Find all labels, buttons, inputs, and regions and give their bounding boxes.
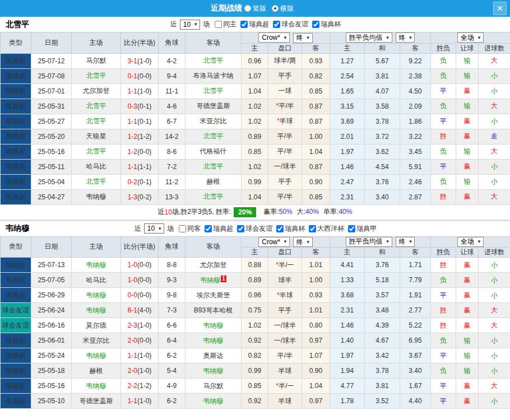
crow-away-odds: 0.93 <box>302 53 330 68</box>
goals-result-cell: 小 <box>479 348 510 363</box>
odds-source-select[interactable]: 终▼ <box>293 33 313 43</box>
table-row: 瑞典超25-04-27韦纳穆1-3(0-2)13-3北雪平1.04平/半0.85… <box>1 189 510 204</box>
score-cell: 1-2(0-0) <box>121 144 159 159</box>
home-team-cell: 韦纳穆 <box>72 258 121 273</box>
corner-cell: 4-9 <box>159 379 186 394</box>
handicap-cell: *平/半 <box>268 99 302 114</box>
away-team-cell: 埃尔夫斯堡 <box>186 288 242 303</box>
score-cell: 2-3(1-0) <box>121 318 159 333</box>
avg-away-odds: 7.79 <box>400 273 431 288</box>
odds-source-select[interactable]: 终▼ <box>396 32 415 43</box>
close-icon[interactable]: ✕ <box>493 2 507 15</box>
summary-stat-value: 50% <box>279 208 293 216</box>
league-cell: 球会友谊 <box>1 318 31 333</box>
handicap-cell: *半/一 <box>268 258 302 273</box>
date-cell: 25-05-04 <box>31 174 72 189</box>
score-cell: 1-1(1-0) <box>121 348 159 363</box>
league-filter-checkbox[interactable] <box>348 225 355 232</box>
match-count-select[interactable]: 10▼ <box>144 223 164 234</box>
league-cell: 瑞典超 <box>1 83 31 99</box>
crow-away-odds: 0.87 <box>302 99 330 114</box>
avg-away-odds: 1.91 <box>400 288 431 303</box>
odds-source-select[interactable]: 终▼ <box>396 237 415 247</box>
near-label: 近 <box>170 20 177 29</box>
league-cell: 瑞典超 <box>1 144 31 159</box>
away-team-cell: 北雪平 <box>186 83 242 99</box>
result-cell: 平 <box>431 83 456 99</box>
odds-source-select[interactable]: 胜平负均值▼ <box>346 32 392 43</box>
odds-source-select[interactable]: Crow*▼ <box>258 32 290 43</box>
same-venue-checkbox[interactable] <box>215 21 222 28</box>
avg-draw-odds: 4.67 <box>365 333 400 348</box>
horizontal-layout-radio[interactable] <box>272 5 279 12</box>
crow-home-odds: 0.82 <box>242 348 268 363</box>
titlebar: 近期战绩 竖版 横版 ✕ <box>0 0 510 17</box>
goals-result-cell: 小 <box>479 394 510 409</box>
odds-source-select[interactable]: 胜平负均值▼ <box>346 237 392 247</box>
handicap-result-cell: 赢 <box>456 129 479 144</box>
win-rate-badge: 20% <box>234 207 256 217</box>
halftime-score: (0-0) <box>137 72 151 80</box>
table-row: 球会友谊25-06-16莫尔德2-3(1-0)6-6韦纳穆1.02一/球半0.8… <box>1 318 510 333</box>
crow-away-odds: 0.90 <box>302 363 330 379</box>
handicap-result-cell: 输 <box>456 333 479 348</box>
sub-column-header: 进球数 <box>479 43 510 53</box>
score-cell: 1-1(1-1) <box>121 159 159 174</box>
odds-source-select-value: 终 <box>296 237 303 247</box>
crow-away-odds: 0.93 <box>302 288 330 303</box>
handicap-text: 半球 <box>280 117 293 125</box>
avg-home-odds: 3.69 <box>330 114 365 129</box>
handicap-result-cell: 输 <box>456 144 479 159</box>
away-team-cell: 北雪平 <box>186 53 242 68</box>
league-cell: 瑞典超 <box>1 53 31 68</box>
handicap-result-cell: 输 <box>456 68 479 83</box>
odds-source-select[interactable]: 终▼ <box>293 237 313 247</box>
league-filter-checkbox[interactable] <box>309 225 316 232</box>
crow-home-odds: 1.02 <box>242 114 268 129</box>
league-filter-checkbox[interactable] <box>312 21 319 28</box>
odds-source-select[interactable]: 全场▼ <box>457 237 484 247</box>
handicap-result-cell: 赢 <box>456 114 479 129</box>
avg-away-odds: 4.50 <box>400 83 431 99</box>
table-row: 瑞典超25-05-16北雪平1-2(0-0)8-6代格福什0.85平/半1.04… <box>1 144 510 159</box>
fulltime-score: 6-1 <box>128 306 137 314</box>
section-header: 北雪平近10▼场同主瑞典超球会友谊瑞典杯 <box>0 17 510 32</box>
column-header: 比分(半场) <box>121 32 159 54</box>
halftime-score: (0-0) <box>137 148 151 156</box>
league-cell: 瑞典超 <box>1 174 31 189</box>
score-cell: 1-3(0-2) <box>121 189 159 204</box>
league-cell: 瑞典超 <box>1 129 31 144</box>
league-filter-checkbox[interactable] <box>205 225 212 232</box>
score-cell: 0-0(0-0) <box>121 288 159 303</box>
vertical-layout-label[interactable]: 竖版 <box>253 4 266 13</box>
vertical-layout-radio[interactable] <box>244 5 251 12</box>
same-venue-checkbox[interactable] <box>179 225 186 232</box>
avg-away-odds: 3.45 <box>400 144 431 159</box>
match-count-select[interactable]: 10▼ <box>180 20 200 30</box>
handicap-cell: *半球 <box>268 114 302 129</box>
league-filter-checkbox[interactable] <box>240 21 248 28</box>
avg-draw-odds: 4.07 <box>365 83 400 99</box>
league-filter-checkbox[interactable] <box>237 225 244 232</box>
league-filter-checkbox-label: 球会友谊 <box>245 224 272 234</box>
handicap-text: 平手 <box>279 178 292 185</box>
away-team-cell: 韦纳穆 <box>186 318 242 333</box>
league-filter-checkbox[interactable] <box>276 225 284 232</box>
avg-home-odds: 1.78 <box>330 394 365 409</box>
league-cell: 瑞典超 <box>1 348 31 363</box>
goals-result-cell: 小 <box>479 333 510 348</box>
handicap-result-cell: 赢 <box>456 288 479 303</box>
odds-source-select[interactable]: Crow*▼ <box>258 237 290 247</box>
games-label: 场 <box>203 20 210 29</box>
horizontal-layout-label[interactable]: 横版 <box>280 4 294 13</box>
league-filter-checkbox[interactable] <box>273 21 280 28</box>
summary-near-label: 近 <box>158 207 165 217</box>
same-venue-checkbox-label: 同主 <box>223 20 237 29</box>
avg-away-odds: 2.38 <box>400 68 431 83</box>
odds-source-select[interactable]: 全场▼ <box>457 32 484 43</box>
result-cell: 平 <box>431 114 456 129</box>
avg-draw-odds: 4.39 <box>365 318 400 333</box>
corner-cell: 9-4 <box>159 68 186 83</box>
avg-home-odds: 2.31 <box>330 189 365 204</box>
table-row: 瑞典超25-05-18赫根2-0(1-0)5-4韦纳穆0.99半球0.901.9… <box>1 363 510 379</box>
